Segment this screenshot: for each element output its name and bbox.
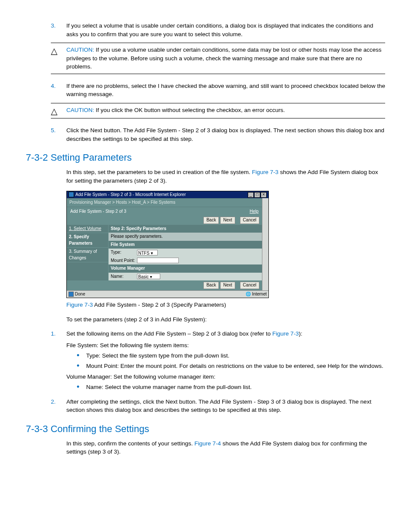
wizard-sidebar: 1. Select Volume 2. Specify Parameters 3…	[67, 225, 109, 281]
step-3: 3. If you select a volume that is usable…	[51, 22, 385, 38]
intro-before: In this step, confirm the contents of yo…	[66, 440, 194, 447]
name-value: Basic	[138, 274, 149, 279]
step-line2: File System: Set the following file syst…	[66, 341, 385, 350]
caution-icon: △	[51, 106, 66, 115]
sidebar-step-3: 3. Summary of Changes	[67, 248, 108, 262]
type-label: Type:	[111, 249, 136, 256]
bullet-icon: •	[77, 352, 86, 360]
minimize-icon[interactable]: _	[248, 192, 254, 198]
step-header: Step 2: Specify Parameters	[109, 225, 262, 233]
filesystem-group: File System	[109, 241, 262, 249]
step-5: 5. Click the Next button. The Add File S…	[51, 126, 385, 143]
step-line3: Volume Manager: Set the following volume…	[66, 373, 385, 381]
caution-body: If you click the OK button without selec…	[94, 107, 285, 113]
sidebar-step-2: 2. Specify Parameters	[67, 233, 108, 248]
ie-icon	[68, 192, 74, 197]
ie-icon	[68, 292, 74, 297]
mount-input[interactable]	[137, 258, 179, 263]
figure-7-3-link[interactable]: Figure 7-3	[252, 169, 279, 175]
type-select[interactable]: NTFS ▾	[137, 250, 158, 255]
caution-text: CAUTION: If you click the OK button with…	[66, 106, 385, 115]
maximize-icon[interactable]: □	[254, 192, 260, 198]
back-button[interactable]: Back	[203, 217, 219, 224]
figure-7-4-link[interactable]: Figure 7-4	[194, 440, 221, 447]
name-row: Name: Basic ▾	[109, 273, 262, 281]
caution-icon: △	[51, 46, 66, 71]
line1-after: ):	[299, 330, 302, 337]
intro-before: In this step, set the parameters to be u…	[66, 169, 252, 175]
figure-7-3-screenshot: Add File System - Step 2 of 3 - Microsof…	[66, 191, 269, 299]
section1-p2: To set the parameters (step 2 of 3 in Ad…	[66, 315, 385, 324]
cancel-button[interactable]: Cancel	[240, 217, 259, 224]
caution-box-1: △ CAUTION: If you use a volume usable un…	[51, 43, 385, 74]
bullet-text: Mount Point: Enter the mount point. For …	[86, 362, 385, 370]
name-label: Name:	[111, 274, 136, 280]
window-titlebar: Add File System - Step 2 of 3 - Microsof…	[67, 191, 268, 199]
name-select[interactable]: Basic ▾	[137, 274, 160, 279]
bullet-name: • Name: Select the volume manager name f…	[77, 383, 385, 392]
caution-body: If you use a volume usable under certain…	[66, 47, 382, 70]
caution-box-2: △ CAUTION: If you click the OK button wi…	[51, 103, 385, 118]
type-value: NTFS	[138, 251, 149, 255]
cancel-button-2[interactable]: Cancel	[240, 282, 259, 289]
window-title: Add File System - Step 2 of 3 - Microsof…	[75, 192, 186, 198]
step-4: 4. If there are no problems, select the …	[51, 82, 385, 99]
next-button[interactable]: Next	[220, 217, 235, 224]
window-buttons: _□×	[247, 192, 267, 198]
type-row: Type: NTFS ▾	[109, 249, 262, 257]
internet-icon: 🌐	[246, 292, 251, 296]
close-icon[interactable]: ×	[261, 192, 267, 198]
section-heading-confirming: 7-3-3 Confirming the Settings	[26, 422, 385, 436]
volumemanager-group: Volume Manager	[109, 264, 262, 273]
breadcrumb: Provisioning Manager > Hosts > Host_A > …	[67, 199, 262, 207]
mount-row: Mount Point:	[109, 257, 262, 265]
figure-ref: Figure 7-3	[66, 302, 93, 308]
page-title: Add File System - Step 2 of 3	[70, 208, 126, 215]
section2-intro: In this step, confirm the contents of yo…	[66, 439, 385, 456]
status-done: Done	[75, 292, 85, 296]
step-text: If you select a volume that is usable un…	[66, 22, 385, 38]
step-text: Click the Next button. The Add File Syst…	[66, 126, 385, 143]
help-link[interactable]: Help	[249, 208, 258, 215]
sidebar-step-1[interactable]: 1. Select Volume	[67, 225, 108, 233]
step-text: After completing the settings, click the…	[66, 398, 385, 414]
step-number: 5.	[51, 126, 66, 143]
wizard-content: Step 2: Specify Parameters Please specif…	[109, 225, 262, 281]
figure-caption: Figure 7-3 Add File System - Step 2 of 3…	[66, 301, 385, 309]
step-number: 4.	[51, 82, 66, 99]
step-text: If there are no problems, select the I h…	[66, 82, 385, 99]
line1-before: Set the following items on the Add File …	[66, 330, 272, 337]
caution-text: CAUTION: If you use a volume usable unde…	[66, 46, 385, 71]
step-number: 3.	[51, 22, 66, 38]
mount-label: Mount Point:	[111, 258, 136, 264]
next-button-2[interactable]: Next	[220, 282, 235, 289]
param-step-1: 1. Set the following items on the Add Fi…	[51, 330, 385, 393]
section-heading-setting-parameters: 7-3-2 Setting Parameters	[26, 151, 385, 165]
figure-caption-text: Add File System - Step 2 of 3 (Specify P…	[93, 302, 226, 308]
scrollbar[interactable]	[262, 198, 268, 290]
bullet-text: Type: Select the file system type from t…	[86, 352, 385, 360]
bullet-text: Name: Select the volume manager name fro…	[86, 383, 385, 392]
bullet-icon: •	[77, 383, 86, 392]
param-step-2: 2. After completing the settings, click …	[51, 398, 385, 414]
caution-label: CAUTION:	[66, 47, 94, 53]
step-subtext: Please specify parameters.	[109, 233, 262, 241]
status-internet: Internet	[252, 292, 267, 296]
bullet-mount: • Mount Point: Enter the mount point. Fo…	[77, 362, 385, 370]
back-button-2[interactable]: Back	[203, 282, 219, 289]
bullet-type: • Type: Select the file system type from…	[77, 352, 385, 360]
bullet-icon: •	[77, 362, 86, 370]
step-number: 2.	[51, 398, 66, 414]
section1-intro: In this step, set the parameters to be u…	[66, 168, 385, 185]
step-number: 1.	[51, 330, 66, 393]
step-line1: Set the following items on the Add File …	[66, 330, 385, 338]
caution-label: CAUTION:	[66, 107, 94, 113]
figure-7-3-link[interactable]: Figure 7-3	[272, 330, 299, 337]
